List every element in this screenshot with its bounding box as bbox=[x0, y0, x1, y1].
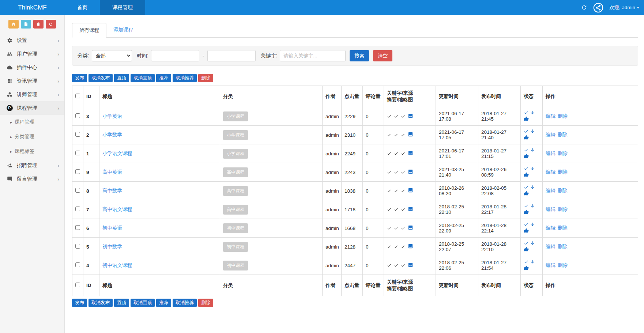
sidebar-subitem-course-tags[interactable]: ▸课程标签 bbox=[0, 144, 64, 159]
course-title-link[interactable]: 初中语文课程 bbox=[102, 262, 132, 268]
refresh-icon[interactable] bbox=[581, 4, 587, 11]
row-edit-link[interactable]: 编辑 bbox=[546, 113, 556, 119]
row-delete-link[interactable]: 删除 bbox=[558, 225, 568, 231]
row-edit-link[interactable]: 编辑 bbox=[546, 151, 556, 156]
top-nav-item-home[interactable]: 首页 bbox=[65, 0, 100, 15]
sidebar-subitem-course-list[interactable]: ▸课程管理 bbox=[0, 115, 64, 129]
status-check-icon[interactable] bbox=[524, 222, 529, 227]
row-checkbox[interactable] bbox=[75, 132, 80, 137]
row-delete-link[interactable]: 删除 bbox=[558, 169, 568, 175]
row-checkbox[interactable] bbox=[75, 113, 80, 118]
row-delete-link[interactable]: 删除 bbox=[558, 113, 568, 119]
status-thumb-up-icon[interactable] bbox=[524, 191, 529, 196]
sidebar-item-recruit-management[interactable]: 招聘管理› bbox=[0, 159, 64, 172]
status-arrow-down-icon[interactable] bbox=[530, 222, 535, 227]
course-title-link[interactable]: 高中英语 bbox=[102, 169, 122, 175]
bulk-unpublish-button[interactable]: 取消发布 bbox=[88, 299, 113, 307]
status-thumb-up-icon[interactable] bbox=[524, 116, 529, 121]
row-checkbox[interactable] bbox=[75, 188, 80, 193]
quick-file-button[interactable] bbox=[21, 20, 31, 29]
row-checkbox[interactable] bbox=[75, 169, 80, 174]
bulk-unpin-top-button[interactable]: 取消置顶 bbox=[131, 299, 155, 307]
status-thumb-up-icon[interactable] bbox=[524, 154, 529, 159]
row-edit-link[interactable]: 编辑 bbox=[546, 188, 556, 193]
select-all-checkbox[interactable] bbox=[75, 94, 80, 98]
status-thumb-up-icon[interactable] bbox=[524, 209, 529, 215]
row-checkbox[interactable] bbox=[75, 207, 80, 211]
bulk-pin-top-button[interactable]: 置顶 bbox=[114, 299, 129, 307]
bulk-recommend-button[interactable]: 推荐 bbox=[156, 299, 171, 307]
row-delete-link[interactable]: 删除 bbox=[558, 244, 568, 249]
status-check-icon[interactable] bbox=[524, 203, 529, 208]
sidebar-item-course-management[interactable]: P课程管理› bbox=[0, 101, 64, 115]
bulk-publish-button[interactable]: 发布 bbox=[72, 299, 87, 307]
status-thumb-up-icon[interactable] bbox=[524, 228, 529, 233]
status-check-icon[interactable] bbox=[524, 241, 529, 246]
status-check-icon[interactable] bbox=[524, 166, 529, 171]
row-delete-link[interactable]: 删除 bbox=[558, 188, 568, 193]
top-nav-item-course-management[interactable]: 课程管理 bbox=[100, 0, 145, 15]
status-thumb-up-icon[interactable] bbox=[524, 135, 529, 140]
quick-home-button[interactable] bbox=[8, 20, 19, 29]
avatar[interactable] bbox=[593, 2, 604, 13]
status-arrow-down-icon[interactable] bbox=[530, 241, 535, 246]
bulk-publish-button[interactable]: 发布 bbox=[72, 74, 87, 82]
status-thumb-up-icon[interactable] bbox=[524, 265, 529, 270]
sidebar-item-settings[interactable]: 设置› bbox=[0, 34, 64, 47]
course-title-link[interactable]: 小学英语 bbox=[102, 113, 122, 119]
brand-logo[interactable]: ThinkCMF bbox=[0, 0, 65, 15]
row-checkbox[interactable] bbox=[75, 244, 80, 249]
category-select[interactable]: 全部 bbox=[92, 50, 132, 61]
status-arrow-down-icon[interactable] bbox=[530, 147, 535, 152]
row-checkbox[interactable] bbox=[75, 151, 80, 155]
bulk-unrecommend-button[interactable]: 取消推荐 bbox=[173, 74, 197, 82]
sidebar-item-news-management[interactable]: 资讯管理› bbox=[0, 74, 64, 88]
sidebar-item-plugin-center[interactable]: 插件中心› bbox=[0, 61, 64, 74]
row-edit-link[interactable]: 编辑 bbox=[546, 262, 556, 268]
status-arrow-down-icon[interactable] bbox=[530, 129, 535, 134]
row-edit-link[interactable]: 编辑 bbox=[546, 225, 556, 231]
select-all-checkbox-bottom[interactable] bbox=[75, 283, 80, 287]
row-edit-link[interactable]: 编辑 bbox=[546, 169, 556, 175]
sidebar-item-lecturer-management[interactable]: 讲师管理› bbox=[0, 88, 64, 101]
tab-add-course[interactable]: 添加课程 bbox=[106, 23, 140, 38]
quick-trash-button[interactable] bbox=[33, 20, 44, 29]
status-check-icon[interactable] bbox=[524, 185, 529, 190]
keyword-input[interactable] bbox=[280, 50, 346, 61]
quick-recycle-button[interactable] bbox=[46, 20, 56, 29]
status-check-icon[interactable] bbox=[524, 259, 529, 264]
course-title-link[interactable]: 小学数学 bbox=[102, 132, 122, 137]
row-edit-link[interactable]: 编辑 bbox=[546, 207, 556, 212]
row-edit-link[interactable]: 编辑 bbox=[546, 244, 556, 249]
status-arrow-down-icon[interactable] bbox=[530, 166, 535, 171]
row-delete-link[interactable]: 删除 bbox=[558, 132, 568, 137]
status-check-icon[interactable] bbox=[524, 110, 529, 115]
bulk-delete-button[interactable]: 删除 bbox=[198, 74, 213, 82]
bulk-unrecommend-button[interactable]: 取消推荐 bbox=[173, 299, 197, 307]
status-arrow-down-icon[interactable] bbox=[530, 185, 535, 190]
row-checkbox[interactable] bbox=[75, 262, 80, 267]
bulk-recommend-button[interactable]: 推荐 bbox=[156, 74, 171, 82]
time-to-input[interactable] bbox=[207, 50, 256, 61]
course-title-link[interactable]: 小学语文课程 bbox=[102, 151, 132, 156]
bulk-pin-top-button[interactable]: 置顶 bbox=[114, 74, 129, 82]
status-thumb-up-icon[interactable] bbox=[524, 247, 529, 252]
time-from-input[interactable] bbox=[151, 50, 199, 61]
status-thumb-up-icon[interactable] bbox=[524, 172, 529, 177]
sidebar-item-message-management[interactable]: 留言管理› bbox=[0, 172, 64, 186]
sidebar-subitem-category-management[interactable]: ▸分类管理 bbox=[0, 129, 64, 144]
course-title-link[interactable]: 初中数学 bbox=[102, 244, 122, 249]
row-checkbox[interactable] bbox=[75, 225, 80, 230]
status-check-icon[interactable] bbox=[524, 129, 529, 134]
row-edit-link[interactable]: 编辑 bbox=[546, 132, 556, 137]
user-menu[interactable]: 欢迎, admin ▾ bbox=[609, 4, 639, 11]
row-delete-link[interactable]: 删除 bbox=[558, 151, 568, 156]
bulk-unpublish-button[interactable]: 取消发布 bbox=[88, 74, 113, 82]
status-arrow-down-icon[interactable] bbox=[530, 259, 535, 264]
status-arrow-down-icon[interactable] bbox=[530, 110, 535, 115]
course-title-link[interactable]: 高中语文课程 bbox=[102, 207, 132, 212]
row-delete-link[interactable]: 删除 bbox=[558, 262, 568, 268]
search-button[interactable]: 搜索 bbox=[350, 50, 369, 61]
status-arrow-down-icon[interactable] bbox=[530, 203, 535, 208]
course-title-link[interactable]: 初中英语 bbox=[102, 225, 122, 231]
